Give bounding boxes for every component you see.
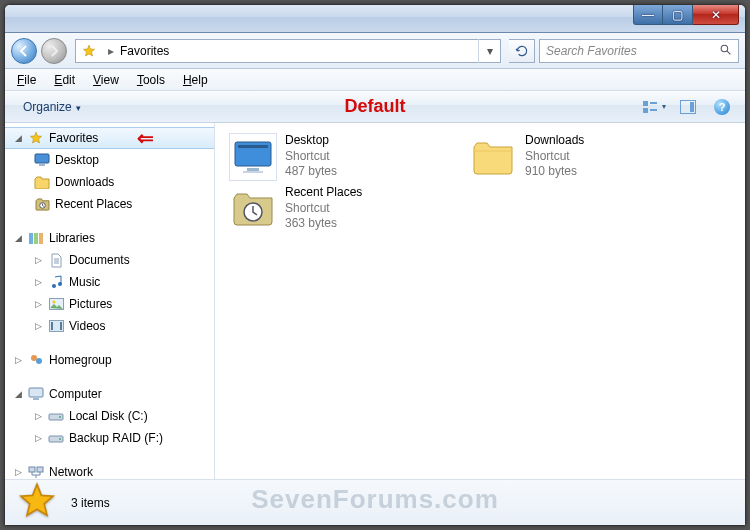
expander-icon[interactable]: ◢ (13, 389, 23, 399)
sidebar-item-documents[interactable]: ▷ Documents (5, 249, 214, 271)
arrow-right-icon (48, 45, 60, 57)
expander-icon[interactable]: ▷ (33, 277, 43, 287)
sidebar-item-homegroup[interactable]: ▷ Homegroup (5, 349, 214, 371)
title-bar[interactable]: — ▢ ✕ (5, 5, 745, 33)
expander-icon[interactable]: ▷ (33, 255, 43, 265)
item-name: Recent Places (285, 185, 362, 201)
svg-rect-1 (643, 101, 648, 106)
maximize-button[interactable]: ▢ (663, 5, 693, 25)
expander-icon[interactable]: ▷ (33, 299, 43, 309)
star-icon (17, 481, 57, 524)
sidebar-label: Homegroup (49, 353, 112, 367)
sidebar-item-music[interactable]: ▷ Music (5, 271, 214, 293)
sidebar-label: Network (49, 465, 93, 479)
network-icon (27, 466, 45, 479)
organize-button[interactable]: Organize (15, 96, 95, 118)
expander-icon[interactable]: ▷ (33, 321, 43, 331)
menu-edit[interactable]: Edit (46, 71, 83, 89)
svg-rect-9 (34, 233, 38, 244)
svg-point-14 (52, 301, 55, 304)
recent-icon (33, 198, 51, 211)
help-icon: ? (714, 99, 730, 115)
svg-rect-30 (243, 171, 263, 173)
menu-file[interactable]: File (9, 71, 44, 89)
sidebar-item-recent-places[interactable]: Recent Places (5, 193, 214, 215)
sidebar-item-libraries[interactable]: ◢ Libraries (5, 227, 214, 249)
menu-tools[interactable]: Tools (129, 71, 173, 89)
watermark-text: SevenForums.com (5, 484, 745, 515)
address-location[interactable]: Favorites (120, 44, 169, 58)
menu-view[interactable]: View (85, 71, 127, 89)
expander-icon[interactable]: ▷ (33, 411, 43, 421)
svg-rect-10 (39, 233, 43, 244)
search-placeholder: Search Favorites (546, 44, 637, 58)
minimize-button[interactable]: — (633, 5, 663, 25)
menu-help[interactable]: Help (175, 71, 216, 89)
window-controls: — ▢ ✕ (633, 5, 739, 25)
svg-point-11 (52, 284, 56, 288)
sidebar-label: Pictures (69, 297, 112, 311)
view-mode-button[interactable]: ▾ (641, 96, 667, 118)
annotation-default: Default (344, 96, 405, 117)
preview-pane-button[interactable] (675, 96, 701, 118)
search-input[interactable]: Search Favorites (539, 39, 739, 63)
sidebar-item-local-disk[interactable]: ▷ Local Disk (C:) (5, 405, 214, 427)
folder-icon (469, 133, 517, 181)
pictures-icon (47, 298, 65, 310)
close-button[interactable]: ✕ (693, 5, 739, 25)
star-icon (27, 131, 45, 145)
sidebar-item-desktop[interactable]: Desktop (5, 149, 214, 171)
sidebar-item-network[interactable]: ▷ Network (5, 461, 214, 479)
expander-icon[interactable]: ▷ (13, 355, 23, 365)
favorites-star-icon (80, 42, 98, 60)
address-bar[interactable]: ▸ Favorites ▾ (75, 39, 501, 63)
expander-icon[interactable]: ◢ (13, 233, 23, 243)
sidebar-label: Computer (49, 387, 102, 401)
sidebar-item-computer[interactable]: ◢ Computer (5, 383, 214, 405)
item-type: Shortcut (525, 149, 584, 165)
drive-icon (47, 433, 65, 444)
item-type: Shortcut (285, 149, 337, 165)
details-pane: 3 items SevenForums.com (5, 479, 745, 525)
search-icon (719, 43, 732, 59)
sidebar-item-pictures[interactable]: ▷ Pictures (5, 293, 214, 315)
breadcrumb-chevron[interactable]: ▸ (102, 44, 120, 58)
sidebar-label: Libraries (49, 231, 95, 245)
navigation-pane[interactable]: ◢ Favorites ⇐ Desktop Downloads Recent P… (5, 123, 215, 479)
address-dropdown[interactable]: ▾ (478, 39, 500, 63)
back-button[interactable] (11, 38, 37, 64)
list-item[interactable]: Downloads Shortcut 910 bytes (469, 133, 669, 181)
sidebar-label: Videos (69, 319, 105, 333)
sidebar-label: Downloads (55, 175, 114, 189)
item-name: Desktop (285, 133, 337, 149)
svg-rect-16 (51, 322, 53, 330)
refresh-button[interactable] (509, 39, 535, 63)
forward-button[interactable] (41, 38, 67, 64)
documents-icon (47, 253, 65, 268)
svg-point-25 (59, 438, 61, 440)
item-type: Shortcut (285, 201, 362, 217)
expander-icon[interactable]: ◢ (13, 133, 23, 143)
sidebar-item-backup-raid[interactable]: ▷ Backup RAID (F:) (5, 427, 214, 449)
content-pane[interactable]: Desktop Shortcut 487 bytes Downloads Sho… (215, 123, 745, 479)
svg-rect-27 (37, 467, 43, 472)
svg-rect-21 (33, 398, 39, 400)
expander-icon[interactable]: ▷ (13, 467, 23, 477)
sidebar-item-downloads[interactable]: Downloads (5, 171, 214, 193)
expander-icon[interactable]: ▷ (33, 433, 43, 443)
folder-icon (33, 176, 51, 189)
homegroup-icon (27, 353, 45, 367)
sidebar-item-videos[interactable]: ▷ Videos (5, 315, 214, 337)
sidebar-item-favorites[interactable]: ◢ Favorites ⇐ (5, 127, 214, 149)
arrow-left-icon (18, 45, 30, 57)
svg-point-23 (59, 416, 61, 418)
svg-rect-17 (60, 322, 62, 330)
command-bar: Organize Default ▾ ? (5, 91, 745, 123)
sidebar-label: Favorites (49, 131, 98, 145)
sidebar-label: Desktop (55, 153, 99, 167)
list-item[interactable]: Desktop Shortcut 487 bytes (229, 133, 429, 181)
desktop-icon (33, 153, 51, 167)
sidebar-label: Music (69, 275, 100, 289)
help-button[interactable]: ? (709, 96, 735, 118)
list-item[interactable]: Recent Places Shortcut 363 bytes (229, 185, 429, 233)
